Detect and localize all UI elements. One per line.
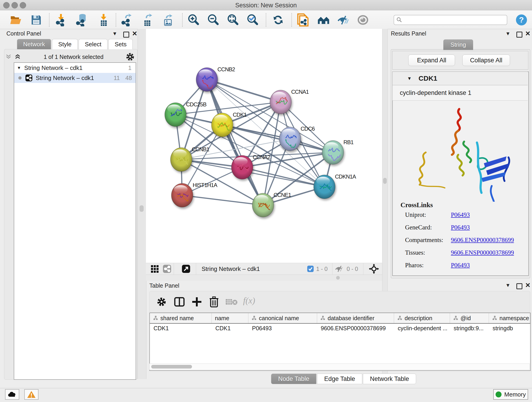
tab-network-table[interactable]: Network Table — [363, 374, 416, 384]
export-image-button[interactable] — [161, 13, 174, 26]
tab-select[interactable]: Select — [79, 39, 108, 49]
table-cell[interactable]: cyclin-dependent ... — [394, 324, 450, 333]
grid-view-icon[interactable] — [151, 265, 158, 273]
collapse-all-icon[interactable] — [5, 53, 12, 60]
table-options-gear-icon[interactable] — [157, 297, 167, 307]
tab-network[interactable]: Network — [17, 39, 51, 49]
results-tab-string[interactable]: String — [443, 39, 473, 50]
birds-eye-view-icon[interactable] — [182, 264, 190, 273]
crosslink-link[interactable]: P06493 — [451, 224, 470, 231]
tab-style[interactable]: Style — [52, 39, 78, 49]
first-neighbors-button[interactable] — [317, 13, 330, 26]
zoom-in-button[interactable] — [187, 13, 200, 26]
show-columns-icon[interactable] — [174, 296, 185, 307]
crosslink-link[interactable]: P06493 — [451, 262, 470, 269]
crosslink-link[interactable]: P06493 — [451, 211, 470, 218]
node-cdc6[interactable] — [279, 127, 301, 151]
node-ccna1[interactable] — [270, 90, 291, 114]
column-header-namespace[interactable]: namespace — [489, 313, 530, 323]
results-panel-close-icon[interactable]: ✕ — [525, 30, 530, 37]
table-cell[interactable]: stringdb — [489, 324, 530, 333]
table-panel-float-icon[interactable] — [516, 283, 522, 290]
import-network-button[interactable] — [55, 13, 67, 26]
network-nodes[interactable] — [165, 68, 344, 217]
table-cell[interactable]: stringdb:9... — [450, 324, 489, 333]
zoom-selected-button[interactable] — [246, 13, 259, 26]
refresh-button[interactable] — [272, 13, 285, 26]
network-canvas[interactable]: CCNB2CCNA1CDC25BCDK1CDC6RB1CCNB1CCNA2CDK… — [146, 29, 382, 263]
right-splitter-handle[interactable] — [383, 178, 387, 184]
left-splitter-handle[interactable] — [139, 205, 144, 212]
network-tree-row[interactable]: String Network – cdk1 11 48 — [14, 73, 136, 83]
node-cdk1[interactable] — [211, 113, 233, 137]
results-panel-collapse-icon[interactable]: ▼ — [505, 31, 510, 37]
import-table-button[interactable] — [97, 13, 110, 26]
control-panel-close-icon[interactable]: ✕ — [132, 30, 137, 37]
tab-node-table[interactable]: Node Table — [271, 374, 317, 384]
node-ccne1[interactable] — [252, 193, 274, 217]
export-network-button[interactable] — [120, 13, 133, 26]
network-options-gear-icon[interactable] — [126, 52, 135, 61]
open-session-button[interactable] — [10, 13, 23, 26]
column-header-canonicalname[interactable]: canonical name — [248, 313, 317, 323]
control-panel-float-icon[interactable] — [123, 32, 129, 38]
node-ccna2[interactable] — [231, 155, 253, 179]
horizontal-splitter-handle[interactable] — [336, 276, 340, 280]
control-panel-collapse-icon[interactable]: ▼ — [112, 31, 117, 37]
export-table-button[interactable] — [141, 13, 153, 26]
table-row[interactable]: CDK1CDK1P064939606.ENSP00000378699cyclin… — [150, 324, 530, 333]
table-hscrollbar-track[interactable] — [149, 364, 530, 370]
expand-all-icon[interactable] — [14, 53, 22, 60]
node-rb1[interactable] — [322, 140, 344, 164]
network-selection-status: 1 of 1 Network selected — [22, 54, 126, 60]
results-entry-header[interactable]: ▼ CDK1 — [393, 72, 528, 85]
left-splitter[interactable] — [138, 29, 146, 379]
table-cell[interactable]: P06493 — [248, 324, 317, 333]
results-panel-float-icon[interactable] — [516, 32, 522, 38]
add-column-icon[interactable] — [191, 296, 202, 307]
crosslink-link[interactable]: 9606.ENSP00000378699 — [451, 236, 514, 244]
column-header-id[interactable]: @id — [450, 313, 489, 323]
warning-status-button[interactable] — [24, 389, 38, 400]
collapse-all-button[interactable]: Collapse All — [462, 55, 510, 66]
search-input[interactable] — [402, 17, 502, 23]
network-view-icon[interactable] — [163, 264, 171, 273]
zoom-out-button[interactable] — [207, 13, 220, 26]
network-view-toolbar: String Network – cdk1 1 - 0 0 - 0 — [146, 263, 382, 275]
delete-column-icon[interactable] — [209, 296, 219, 308]
column-header-name[interactable]: name — [212, 313, 248, 323]
node-hist1h1a[interactable] — [171, 183, 193, 207]
tab-edge-table[interactable]: Edge Table — [317, 374, 362, 384]
column-header-sharedname[interactable]: shared name — [150, 313, 212, 323]
tree-expander-icon[interactable]: ▼ — [17, 65, 21, 70]
pan-crosshair-icon[interactable] — [369, 264, 379, 274]
import-network-database-button[interactable] — [76, 13, 89, 26]
show-all-button[interactable] — [356, 13, 369, 26]
node-cdc25b[interactable] — [165, 103, 186, 127]
entry-collapse-icon[interactable]: ▼ — [407, 76, 412, 81]
table-panel-close-icon[interactable]: ✕ — [525, 281, 530, 289]
hide-selected-button[interactable] — [337, 13, 350, 26]
horizontal-splitter[interactable] — [146, 275, 382, 281]
node-cdkn1a[interactable] — [314, 175, 335, 199]
node-ccnb1[interactable] — [171, 148, 192, 172]
column-header-description[interactable]: description — [394, 313, 450, 323]
node-ccnb2[interactable] — [196, 68, 218, 91]
network-tree-root-row[interactable]: ▼ String Network – cdk1 1 — [14, 63, 136, 73]
crosslink-link[interactable]: 9606.ENSP00000378699 — [451, 249, 514, 256]
tab-sets[interactable]: Sets — [108, 39, 133, 49]
expand-all-button[interactable]: Expand All — [408, 55, 455, 66]
table-hscrollbar-thumb[interactable] — [151, 365, 192, 369]
table-panel-collapse-icon[interactable]: ▼ — [505, 282, 510, 288]
selected-checkbox-icon[interactable] — [307, 265, 314, 272]
column-header-databaseidentifier[interactable]: database identifier — [317, 313, 394, 323]
cloud-status-button[interactable] — [5, 389, 19, 400]
memory-button[interactable]: Memory — [493, 389, 528, 400]
table-cell[interactable]: CDK1 — [212, 324, 248, 333]
string-import-icon-button[interactable] — [296, 13, 309, 26]
save-session-button[interactable] — [30, 13, 43, 26]
help-button[interactable]: ? — [515, 13, 528, 26]
table-cell[interactable]: CDK1 — [150, 324, 212, 333]
table-cell[interactable]: 9606.ENSP00000378699 — [317, 324, 394, 333]
zoom-fit-button[interactable] — [226, 13, 239, 26]
